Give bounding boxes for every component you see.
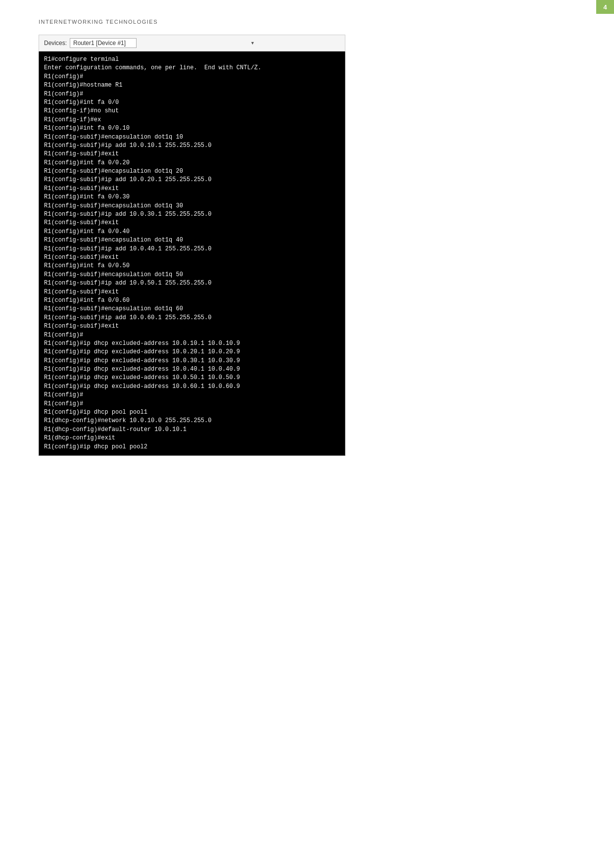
terminal-output: R1#configure terminalEnter configuration…	[39, 51, 345, 456]
terminal-line: R1(config)#ip dhcp excluded-address 10.0…	[44, 357, 340, 365]
terminal-line: R1(config)#	[44, 400, 340, 408]
terminal-line: R1(config)#ip dhcp excluded-address 10.0…	[44, 383, 340, 391]
device-selector-bar: Devices: Router1 [Device #1]	[39, 35, 345, 51]
terminal-line: R1(config)#int fa 0/0.10	[44, 124, 340, 133]
terminal-line: R1(config)#	[44, 90, 340, 98]
terminal-line: R1(config-subif)#exit	[44, 253, 340, 262]
terminal-line: R1(config)#ip dhcp excluded-address 10.0…	[44, 365, 340, 374]
main-content: Devices: Router1 [Device #1] R1#configur…	[39, 35, 575, 456]
terminal-line: R1(config-subif)#encapsulation dot1q 20	[44, 167, 340, 176]
terminal-line: R1(config-subif)#ip add 10.0.50.1 255.25…	[44, 279, 340, 288]
terminal-line: R1(config)#ip dhcp excluded-address 10.0…	[44, 348, 340, 356]
terminal-line: R1(config)#ip dhcp excluded-address 10.0…	[44, 374, 340, 382]
terminal-line: Enter configuration commands, one per li…	[44, 64, 340, 72]
device-select[interactable]: Router1 [Device #1]	[70, 38, 137, 48]
terminal-line: R1(config-subif)#encapsulation dot1q 10	[44, 133, 340, 142]
terminal-line: R1(dhcp-config)#default-router 10.0.10.1	[44, 426, 340, 434]
terminal-line: R1(config-subif)#exit	[44, 185, 340, 193]
terminal-line: R1(config-subif)#ip add 10.0.20.1 255.25…	[44, 176, 340, 184]
terminal-line: R1(config-subif)#ip add 10.0.60.1 255.25…	[44, 314, 340, 322]
terminal-line: R1(config-subif)#ip add 10.0.10.1 255.25…	[44, 142, 340, 150]
terminal-line: R1(config-subif)#encapsulation dot1q 60	[44, 305, 340, 313]
terminal-line: R1(config-if)#no shut	[44, 107, 340, 115]
terminal-line: R1(dhcp-config)#exit	[44, 434, 340, 442]
terminal-line: R1(dhcp-config)#network 10.0.10.0 255.25…	[44, 417, 340, 425]
terminal-line: R1(config)#	[44, 331, 340, 339]
terminal-line: R1(config-if)#ex	[44, 116, 340, 124]
terminal-line: R1#configure terminal	[44, 55, 340, 64]
terminal-line: R1(config-subif)#exit	[44, 150, 340, 158]
terminal-line: R1(config-subif)#ip add 10.0.30.1 255.25…	[44, 210, 340, 219]
terminal-line: R1(config)#hostname R1	[44, 81, 340, 90]
terminal-line: R1(config-subif)#ip add 10.0.40.1 255.25…	[44, 245, 340, 253]
terminal-line: R1(config-subif)#exit	[44, 288, 340, 296]
terminal-line: R1(config)#	[44, 73, 340, 81]
terminal-line: R1(config)#ip dhcp pool pool1	[44, 408, 340, 417]
page-title: INTERNETWORKING TECHNOLOGIES	[39, 19, 158, 25]
terminal-line: R1(config)#int fa 0/0.40	[44, 228, 340, 236]
device-select-wrapper[interactable]: Router1 [Device #1]	[70, 38, 258, 48]
terminal-line: R1(config-subif)#encapsulation dot1q 50	[44, 271, 340, 279]
terminal-line: R1(config)#int fa 0/0.60	[44, 296, 340, 305]
terminal-line: R1(config)#int fa 0/0	[44, 98, 340, 107]
terminal-line: R1(config)#int fa 0/0.20	[44, 159, 340, 167]
terminal-line: R1(config-subif)#exit	[44, 322, 340, 331]
terminal-line: R1(config)#ip dhcp pool pool2	[44, 443, 340, 451]
terminal-line: R1(config-subif)#exit	[44, 219, 340, 227]
terminal-line: R1(config-subif)#encapsulation dot1q 40	[44, 236, 340, 244]
terminal-line: R1(config)#	[44, 391, 340, 399]
page-number-badge: 4	[596, 0, 614, 14]
terminal-line: R1(config-subif)#encapsulation dot1q 30	[44, 202, 340, 210]
terminal-line: R1(config)#ip dhcp excluded-address 10.0…	[44, 339, 340, 348]
terminal-line: R1(config)#int fa 0/0.50	[44, 262, 340, 270]
terminal-line: R1(config)#int fa 0/0.30	[44, 193, 340, 201]
device-selector-label: Devices:	[44, 40, 67, 47]
